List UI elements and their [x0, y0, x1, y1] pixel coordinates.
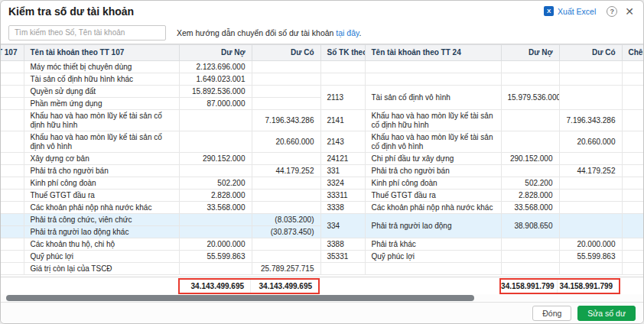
cell-account-no-tt24: 3388 — [320, 238, 365, 251]
col-header-difference[interactable]: Chênh lệch — [622, 45, 643, 61]
col-header-account-name-tt107[interactable]: Tên tài khoản theo TT 107 — [24, 45, 179, 61]
cell-account-name-tt107: Giá trị còn lại của TSCĐ — [24, 263, 179, 275]
export-excel-button[interactable]: X Xuất Excel — [544, 6, 596, 16]
cell-account-no-tt24: 3338 — [320, 202, 365, 214]
cell-debit-tt24: 290.152.000 — [501, 153, 559, 165]
cell-difference — [622, 238, 643, 251]
cell-account-no-tt24: 331 — [320, 165, 365, 177]
close-button[interactable]: Đóng — [532, 306, 571, 321]
hint-link[interactable]: tại đây — [336, 28, 359, 37]
col-header-debit-tt107[interactable]: Dư Nợ — [179, 45, 252, 61]
cell-account-no-tt24: 33311 — [320, 190, 365, 202]
search-input[interactable] — [8, 25, 166, 40]
col-header-debit-tt24[interactable]: Dư Nợ — [501, 45, 559, 61]
export-excel-label: Xuất Excel — [558, 7, 596, 16]
table-row[interactable]: Các khoản thu hộ, chi hộ 20.000.000 3388… — [1, 238, 643, 251]
table-body: Máy móc thiết bị chuyên dùng 2.123.696.0… — [1, 61, 643, 277]
cell-account-name-tt107: Khấu hao và hao mòn lũy kế tài sản cố đị… — [24, 131, 179, 153]
table-row[interactable]: Quỹ phúc lợi 55.599.863 35331 Quỹ phúc l… — [1, 251, 643, 263]
check-account-balance-dialog: Kiểm tra số dư tài khoản X Xuất Excel ? … — [0, 0, 644, 324]
cell-account-no-tt24: 35331 — [320, 251, 365, 263]
cell-credit-tt107 — [252, 177, 320, 190]
cell-debit-tt107 — [179, 263, 252, 275]
cell-difference — [622, 251, 643, 263]
dialog-title: Kiểm tra số dư tài khoản — [8, 5, 134, 18]
cell-credit-tt24 — [559, 61, 622, 73]
cell-credit-tt107: 44.179.252 — [252, 165, 320, 177]
cell-difference — [622, 263, 643, 275]
cell-debit-tt24 — [501, 131, 559, 153]
cell-difference — [622, 153, 643, 165]
edit-balance-button[interactable]: Sửa số dư — [577, 306, 636, 321]
cell-credit-tt107: 7.196.343.286 — [252, 110, 320, 131]
help-icon[interactable]: ? — [607, 6, 617, 17]
cell-account-no-tt107 — [1, 251, 24, 263]
cell-debit-tt107: 55.599.863 — [179, 251, 252, 263]
cell-account-no-tt107 — [1, 110, 24, 131]
cell-credit-tt24: 44.179.252 — [559, 165, 622, 177]
balance-table: Số TK theo TT 107 Tên tài khoản theo TT … — [1, 44, 643, 302]
cell-credit-tt24 — [559, 202, 622, 214]
cell-debit-tt107: 20.000.000 — [179, 238, 252, 251]
cell-account-name-tt107: Các khoản phải nộp nhà nước khác — [24, 202, 179, 214]
cell-account-no-tt107 — [1, 165, 24, 177]
table-row-selected[interactable]: Phải trả công chức, viên chức (8.035.200… — [1, 214, 643, 226]
table-row[interactable]: Xây dựng cơ bản 290.152.000 24121 Chi ph… — [1, 153, 643, 165]
cell-debit-tt24 — [501, 263, 559, 275]
col-header-credit-tt107[interactable]: Dư Có — [252, 45, 320, 61]
cell-account-no-tt24: 334 — [320, 214, 365, 238]
horizontal-scrollbar-thumb[interactable] — [6, 295, 474, 301]
cell-debit-tt24 — [501, 238, 559, 251]
cell-account-name-tt24 — [365, 61, 501, 73]
cell-credit-tt24 — [559, 214, 622, 238]
table-row[interactable]: Các khoản phải nộp nhà nước khác 33.568.… — [1, 202, 643, 214]
cell-debit-tt107 — [179, 214, 252, 226]
col-header-account-no-tt24[interactable]: Số TK theo TT 24 — [320, 45, 365, 61]
horizontal-scrollbar[interactable] — [1, 294, 643, 302]
cell-difference — [622, 131, 643, 153]
col-header-credit-tt24[interactable]: Dư Có — [559, 45, 622, 61]
table-row[interactable]: Tài sản cố định hữu hình khác 1.649.023.… — [1, 73, 643, 86]
cell-account-name-tt107: Phần mềm ứng dụng — [24, 98, 179, 110]
cell-account-name-tt24: Khấu hao và hao mòn lũy kế tài sản cố đị… — [365, 131, 501, 153]
cell-account-name-tt24: Các khoản phải nộp nhà nước khác — [365, 202, 501, 214]
table-row[interactable]: Khấu hao và hao mòn lũy kế tài sản cố đị… — [1, 110, 643, 131]
cell-credit-tt24 — [559, 177, 622, 190]
col-header-account-no-tt107[interactable]: Số TK theo TT 107 — [1, 45, 24, 61]
table-row[interactable]: Kinh phí công đoàn 502.200 3324 Kinh phí… — [1, 177, 643, 190]
cell-account-no-tt24 — [320, 263, 365, 275]
totals-highlight-box-tt24: 34.158.991.799 34.158.991.799 — [499, 278, 620, 294]
cell-account-no-tt24 — [320, 61, 365, 73]
table-row[interactable]: Khấu hao và hao mòn lũy kế tài sản cố đị… — [1, 131, 643, 153]
cell-credit-tt107: 20.660.000 — [252, 131, 320, 153]
table-row[interactable]: Phải trả cho người bán 44.179.252 331 Ph… — [1, 165, 643, 177]
cell-debit-tt24: 502.200 — [501, 177, 559, 190]
cell-credit-tt24: 20.660.000 — [559, 131, 622, 153]
cell-credit-tt107: (30.873.450) — [252, 226, 320, 238]
cell-account-no-tt107 — [1, 238, 24, 251]
cell-account-no-tt107 — [1, 131, 24, 153]
cell-account-no-tt107 — [1, 98, 24, 110]
table-row[interactable]: Thuế GTGT đầu ra 2.828.000 33311 Thuế GT… — [1, 190, 643, 202]
cell-difference — [622, 86, 643, 110]
cell-credit-tt107 — [252, 202, 320, 214]
col-header-account-name-tt24[interactable]: Tên tài khoản theo TT 24 — [365, 45, 501, 61]
cell-difference — [622, 110, 643, 131]
cell-debit-tt24: 2.828.000 — [501, 190, 559, 202]
close-icon[interactable]: ✕ — [625, 6, 634, 17]
cell-debit-tt107: 2.123.696.000 — [179, 61, 252, 73]
totals-highlight-box-tt107: 34.143.499.695 34.143.499.695 — [178, 278, 320, 294]
table-row[interactable]: Máy móc thiết bị chuyên dùng 2.123.696.0… — [1, 61, 643, 73]
cell-debit-tt107 — [179, 110, 252, 131]
cell-account-name-tt107: Phải trả công chức, viên chức — [24, 214, 179, 226]
cell-account-no-tt107 — [1, 73, 24, 86]
table-row[interactable]: Giá trị còn lại của TSCĐ 25.789.257.715 — [1, 263, 643, 275]
cell-account-name-tt24: Thuế GTGT đầu ra — [365, 190, 501, 202]
cell-credit-tt107 — [252, 238, 320, 251]
cell-debit-tt107: 33.568.000 — [179, 202, 252, 214]
cell-difference — [622, 202, 643, 214]
cell-debit-tt107 — [179, 226, 252, 238]
table-row[interactable]: Quyền sử dụng đất 15.892.536.000 2113 Tà… — [1, 86, 643, 98]
cell-account-name-tt107: Tài sản cố định hữu hình khác — [24, 73, 179, 86]
hint-text: Xem hướng dẫn chuyển đổi số dư tài khoản — [177, 28, 336, 37]
